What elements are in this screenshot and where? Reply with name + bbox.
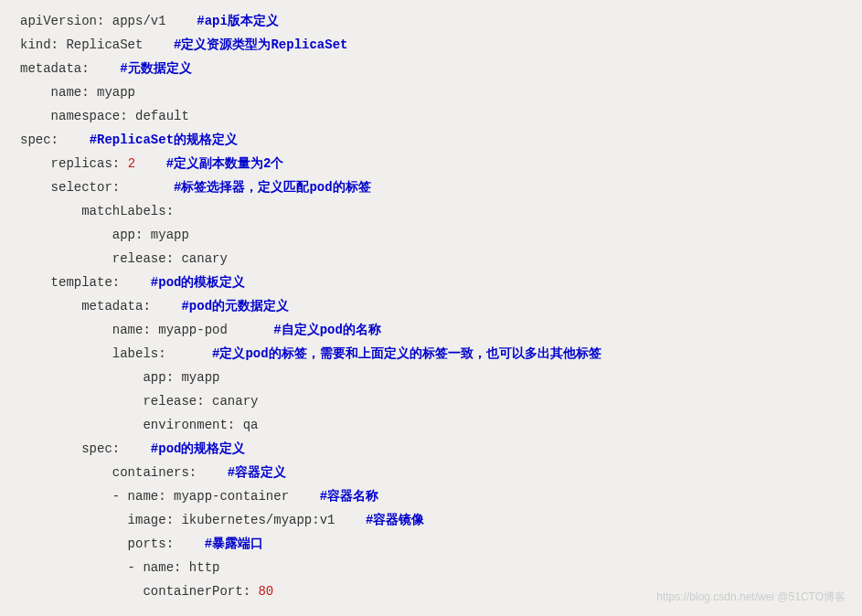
line-metadata: metadata: #元数据定义 bbox=[20, 61, 192, 76]
line-t-spec: spec: #pod的规格定义 bbox=[20, 441, 245, 456]
line-selector: selector: #标签选择器，定义匹配pod的标签 bbox=[20, 180, 371, 195]
line-apiVersion: apiVersion: apps/v1 #api版本定义 bbox=[20, 14, 279, 28]
line-replicas: replicas: 2 #定义副本数量为2个 bbox=[20, 156, 283, 171]
line-ml-app: app: myapp bbox=[20, 228, 189, 242]
watermark: https://blog.csdn.net/wei @51CTO博客 bbox=[656, 585, 846, 609]
line-meta-namespace: namespace: default bbox=[20, 109, 189, 123]
line-p-name: - name: http bbox=[20, 560, 219, 575]
line-tl-app: app: myapp bbox=[20, 370, 219, 385]
line-ml-release: release: canary bbox=[20, 251, 228, 266]
yaml-code-block: apiVersion: apps/v1 #api版本定义 kind: Repli… bbox=[20, 9, 842, 603]
line-template: template: #pod的模板定义 bbox=[20, 275, 245, 290]
line-c-name: - name: myapp-container #容器名称 bbox=[20, 489, 378, 504]
line-tl-release: release: canary bbox=[20, 394, 258, 409]
line-meta-name: name: myapp bbox=[20, 85, 135, 100]
line-t-labels: labels: #定义pod的标签，需要和上面定义的标签一致，也可以多出其他标签 bbox=[20, 346, 601, 361]
line-kind: kind: ReplicaSet #定义资源类型为ReplicaSet bbox=[20, 37, 347, 52]
line-tl-env: environment: qa bbox=[20, 418, 258, 432]
line-matchLabels: matchLabels: bbox=[20, 204, 174, 218]
line-containers: containers: #容器定义 bbox=[20, 465, 286, 480]
line-t-metadata: metadata: #pod的元数据定义 bbox=[20, 299, 289, 313]
line-p-cport: containerPort: 80 bbox=[20, 584, 273, 599]
line-c-image: image: ikubernetes/myapp:v1 #容器镜像 bbox=[20, 513, 424, 527]
line-t-name: name: myapp-pod #自定义pod的名称 bbox=[20, 323, 381, 337]
line-c-ports: ports: #暴露端口 bbox=[20, 536, 263, 551]
line-spec: spec: #ReplicaSet的规格定义 bbox=[20, 133, 238, 147]
